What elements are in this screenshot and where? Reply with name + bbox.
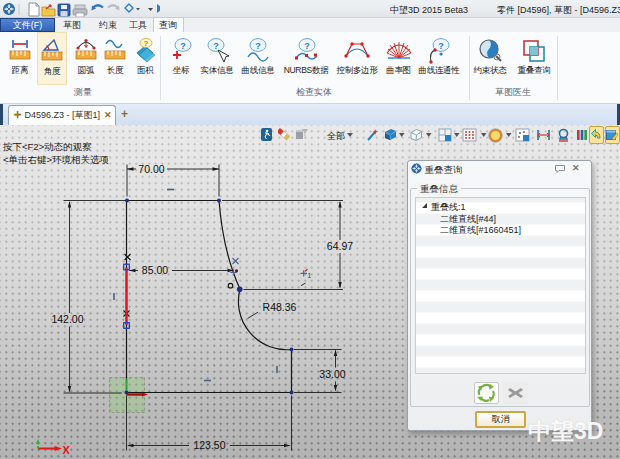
svg-text:X: X	[63, 444, 71, 456]
svg-text:1: 1	[308, 272, 312, 279]
svg-text:64.97: 64.97	[327, 240, 353, 252]
svg-text:?: ?	[213, 41, 219, 51]
svg-text:85.00: 85.00	[142, 264, 168, 276]
svg-text:123.50: 123.50	[193, 439, 225, 451]
svg-text:?: ?	[180, 41, 186, 51]
svg-text:R48.36: R48.36	[263, 301, 297, 313]
svg-text:?: ?	[144, 39, 149, 48]
svg-text:142.00: 142.00	[51, 313, 83, 325]
svg-text:70.00: 70.00	[138, 163, 164, 175]
svg-text:?: ?	[255, 41, 261, 51]
svg-text:33.00: 33.00	[319, 368, 345, 380]
svg-text:?: ?	[304, 41, 310, 51]
svg-text:?: ?	[438, 41, 444, 51]
